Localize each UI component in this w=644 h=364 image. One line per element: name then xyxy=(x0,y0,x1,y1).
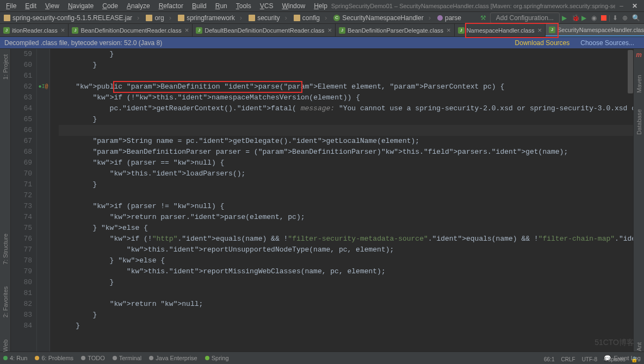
menu-edit[interactable]: Edit xyxy=(21,1,40,11)
crumb-parse[interactable]: parse xyxy=(435,13,470,23)
menu-refactor[interactable]: Refactor xyxy=(155,1,187,11)
tool-window-6-problems[interactable]: 6: Problems xyxy=(35,355,73,361)
tab-defaultbeandefinitiondocumentreader-class[interactable]: JDefaultBeanDefinitionDocumentReader.cla… xyxy=(193,24,336,36)
code-line[interactable]: } "kw">else { xyxy=(59,255,633,266)
code-line[interactable]: } xyxy=(59,179,633,190)
code-line[interactable]: "kw">return parser."ident">parse(element… xyxy=(59,212,633,223)
code-line[interactable]: "kw">this."ident">reportMissingWebClasse… xyxy=(59,266,633,277)
code-line[interactable]: pc."ident">getReaderContext()."ident">fa… xyxy=(59,103,633,114)
code-content[interactable]: } } "kw">public "param">BeanDefinition "… xyxy=(50,49,633,352)
search-icon[interactable]: 🔍 xyxy=(632,14,640,22)
web-tool-button[interactable]: Web xyxy=(2,340,9,352)
tool-window-4-run[interactable]: 4: Run xyxy=(3,355,27,361)
line-number: 64 xyxy=(11,103,32,114)
select-target-icon[interactable]: ⊕ xyxy=(622,14,630,22)
coverage-icon[interactable]: ▶ xyxy=(581,14,589,22)
code-line[interactable]: "param">BeanDefinitionParser parser = ("… xyxy=(59,147,633,158)
maven-tool-button[interactable]: Maven xyxy=(636,75,642,93)
code-line[interactable] xyxy=(59,71,633,81)
code-line[interactable] xyxy=(59,190,633,201)
code-line[interactable]: } xyxy=(59,114,633,125)
code-line[interactable]: } xyxy=(59,49,633,60)
minimize-icon[interactable]: – xyxy=(615,2,628,10)
tab-beandefinitiondocumentreader-class[interactable]: JBeanDefinitionDocumentReader.class× xyxy=(69,24,193,36)
menu-window[interactable]: Window xyxy=(278,1,309,11)
tab-close-icon[interactable]: × xyxy=(536,26,542,34)
crumb-security[interactable]: security xyxy=(246,12,291,23)
tab-securitynamespacehandler-class[interactable]: JSecurityNamespaceHandler.class× xyxy=(546,24,644,36)
code-line[interactable]: } xyxy=(59,310,633,321)
menu-file[interactable]: File xyxy=(2,1,20,11)
code-line[interactable]: "kw">return "kw">null; xyxy=(59,299,633,310)
tool-window-terminal[interactable]: Terminal xyxy=(113,355,142,361)
hammer-icon[interactable]: ⚒ xyxy=(480,14,488,22)
crumb-securitynamespacehandler[interactable]: CSecurityNamespaceHandler xyxy=(331,12,435,23)
code-line[interactable]: "kw">if (parser == "kw">null) { xyxy=(59,158,633,168)
project-tool-button[interactable]: 1: Project xyxy=(2,54,9,79)
code-editor[interactable]: 5960616263646566676869707172737475767778… xyxy=(11,49,633,352)
crumb-springframework[interactable]: springframework xyxy=(175,12,246,23)
code-line[interactable]: } xyxy=(59,277,633,288)
structure-tool-button[interactable]: 7: Structure xyxy=(2,234,9,265)
menu-code[interactable]: Code xyxy=(98,1,122,11)
run-icon[interactable]: ▶ xyxy=(562,14,569,22)
choose-sources-link[interactable]: Choose Sources... xyxy=(575,39,640,47)
code-line[interactable]: "kw">if (parser != "kw">null) { xyxy=(59,201,633,212)
code-line[interactable]: "kw">if (!"kw">this."ident">namespaceMat… xyxy=(59,92,633,103)
code-line[interactable]: "kw">public "param">BeanDefinition "iden… xyxy=(59,81,633,92)
line-number: 78 xyxy=(11,255,32,266)
menu-run[interactable]: Run xyxy=(212,1,231,11)
menu-navigate[interactable]: Navigate xyxy=(64,1,97,11)
menu-view[interactable]: View xyxy=(41,1,63,11)
crumb-label: config xyxy=(302,14,320,22)
vcs-icon[interactable]: ⬇ xyxy=(612,14,620,22)
close-window-icon[interactable]: ✕ xyxy=(628,2,642,10)
crumb-spring-security-config-5-1-5-release-jar[interactable]: spring-security-config-5.1.5.RELEASE.jar xyxy=(1,12,143,23)
code-line[interactable]: "kw">this."ident">reportUnsupportedNodeT… xyxy=(59,244,633,255)
tool-window-java-enterprise[interactable]: Java Enterprise xyxy=(149,355,197,361)
favorites-tool-button[interactable]: 2: Favorites xyxy=(2,286,9,317)
code-line[interactable]: "kw">if (!"http"."ident">equals(name) &&… xyxy=(59,234,633,244)
maven-icon[interactable]: m xyxy=(636,51,642,59)
code-line[interactable]: "kw">this."ident">loadParsers(); xyxy=(59,168,633,179)
menu-build[interactable]: Build xyxy=(188,1,210,11)
stop-icon[interactable] xyxy=(601,15,606,21)
tool-window-todo[interactable]: TODO xyxy=(81,355,105,361)
tab-close-icon[interactable]: × xyxy=(60,26,65,34)
crumb-org[interactable]: org xyxy=(143,12,175,23)
line-number: 73 xyxy=(11,201,32,212)
line-separator[interactable]: CRLF xyxy=(558,356,579,362)
tab-close-icon[interactable]: × xyxy=(326,26,332,34)
code-line[interactable] xyxy=(59,125,633,136)
debug-icon[interactable]: 🐞 xyxy=(572,14,579,22)
ant-tool-button[interactable]: Ant xyxy=(636,342,642,352)
event-log-button[interactable]: 💬 Event Log xyxy=(604,355,641,362)
tab-beandefinitionparserdelegate-class[interactable]: JBeanDefinitionParserDelegate.class× xyxy=(336,24,455,36)
editor-scrollbar-thumb[interactable] xyxy=(628,50,633,93)
database-tool-button[interactable]: Database xyxy=(636,109,642,135)
code-line[interactable]: "param">String name = pc."ident">getDele… xyxy=(59,136,633,147)
java-class-icon: J xyxy=(458,27,465,34)
code-line[interactable]: } "kw">else { xyxy=(59,223,633,234)
code-line[interactable]: } xyxy=(59,60,633,71)
crumb-config[interactable]: config xyxy=(291,12,331,23)
implements-icon[interactable]: ●I xyxy=(38,81,45,92)
profile-icon[interactable]: ◉ xyxy=(591,14,599,22)
tab-namespacehandler-class[interactable]: JNamespaceHandler.class× xyxy=(455,24,546,36)
tab-itionreader-class[interactable]: JitionReader.class× xyxy=(0,24,69,36)
code-line[interactable] xyxy=(59,288,633,299)
menu-help[interactable]: Help xyxy=(310,1,331,11)
gutter-marker xyxy=(37,299,49,310)
tab-close-icon[interactable]: × xyxy=(184,26,189,34)
gutter-marker xyxy=(37,168,49,179)
menu-vcs[interactable]: VCS xyxy=(256,1,277,11)
run-configuration-button[interactable]: Add Configuration... xyxy=(490,12,560,23)
encoding[interactable]: UTF-8 xyxy=(579,356,600,362)
code-line[interactable]: } xyxy=(59,321,633,331)
tab-close-icon[interactable]: × xyxy=(445,26,451,34)
menu-tools[interactable]: Tools xyxy=(232,1,255,11)
tool-window-spring[interactable]: Spring xyxy=(205,355,229,361)
override-icon[interactable]: @ xyxy=(45,81,48,92)
menu-analyze[interactable]: Analyze xyxy=(123,1,154,11)
download-sources-link[interactable]: Download Sources xyxy=(510,39,575,47)
